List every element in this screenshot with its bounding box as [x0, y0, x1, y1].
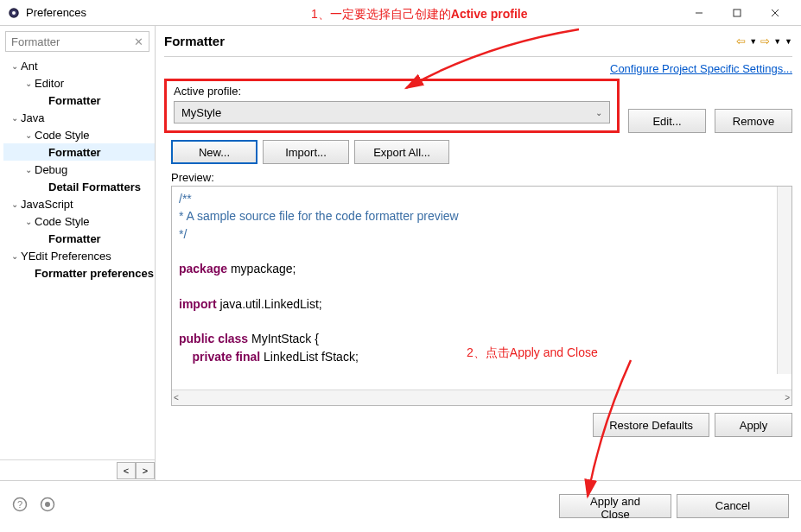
twisty-icon[interactable]: ⌄ [22, 217, 35, 226]
clear-filter-icon[interactable]: ✕ [134, 35, 143, 48]
close-button[interactable] [756, 0, 794, 26]
tree-item-label: Formatter [48, 94, 101, 107]
tree-item-formatter[interactable]: Formatter [3, 92, 155, 109]
cancel-button[interactable]: Cancel [677, 494, 789, 518]
minimize-button[interactable] [680, 0, 718, 26]
code-line: private final LinkedList fStack; [179, 348, 785, 365]
project-specific-link[interactable]: Configure Project Specific Settings... [610, 62, 792, 75]
tree-item-ant[interactable]: ⌄Ant [3, 57, 155, 74]
tree-item-label: Code Style [35, 129, 90, 142]
code-line: /** [179, 190, 785, 207]
twisty-icon[interactable]: ⌄ [9, 251, 21, 261]
forward-history-menu-icon[interactable]: ▼ [773, 37, 781, 46]
svg-rect-3 [734, 10, 741, 16]
code-line: package mypackage; [179, 260, 785, 277]
tree-item-label: Debug [35, 163, 67, 176]
back-history-icon[interactable]: ⇦ [736, 35, 746, 48]
active-profile-select[interactable]: MyStyle ⌄ [174, 101, 610, 124]
new-button[interactable]: New... [171, 140, 257, 164]
back-history-menu-icon[interactable]: ▼ [749, 37, 757, 46]
code-line: * A sample source file for the code form… [179, 207, 785, 225]
tree-item-formatter-preferences[interactable]: Formatter preferences [3, 264, 155, 282]
import-export-icon[interactable] [40, 497, 55, 515]
tree-item-debug[interactable]: ⌄Debug [3, 161, 155, 178]
edit-button[interactable]: Edit... [628, 109, 706, 133]
restore-defaults-button[interactable]: Restore Defaults [593, 413, 709, 437]
tree-item-code-style[interactable]: ⌄Code Style [3, 126, 155, 143]
nav-back-button[interactable]: < [117, 462, 136, 479]
filter-input[interactable]: Formatter ✕ [5, 31, 149, 52]
active-profile-label: Active profile: [174, 85, 610, 98]
tree-item-label: Formatter [48, 146, 101, 159]
apply-button[interactable]: Apply [715, 413, 792, 437]
tree-item-label: Formatter preferences [35, 267, 154, 280]
tree-item-editor[interactable]: ⌄Editor [3, 74, 155, 92]
tree-item-yedit-preferences[interactable]: ⌄YEdit Preferences [3, 247, 155, 264]
twisty-icon[interactable]: ⌄ [9, 200, 21, 209]
active-profile-value: MyStyle [181, 106, 221, 119]
maximize-button[interactable] [718, 0, 756, 26]
tree-item-label: Detail Formatters [48, 180, 141, 193]
app-icon [7, 6, 21, 20]
horizontal-scrollbar[interactable]: <> [172, 390, 791, 405]
twisty-icon[interactable]: ⌄ [9, 61, 21, 71]
apply-and-close-button[interactable]: Apply and Close [559, 494, 671, 518]
twisty-icon[interactable]: ⌄ [22, 79, 35, 88]
tree-item-detail-formatters[interactable]: Detail Formatters [3, 178, 155, 195]
svg-point-1 [12, 11, 16, 15]
chevron-down-icon: ⌄ [595, 108, 602, 117]
help-icon[interactable]: ? [12, 497, 28, 515]
remove-button[interactable]: Remove [715, 109, 792, 133]
window-title: Preferences [26, 6, 86, 19]
preferences-tree[interactable]: ⌄Ant⌄EditorFormatter⌄Java⌄Code StyleForm… [0, 57, 155, 456]
filter-text: Formatter [11, 35, 60, 48]
preview-label: Preview: [171, 171, 792, 184]
twisty-icon[interactable]: ⌄ [9, 113, 21, 123]
tree-item-code-style[interactable]: ⌄Code Style [3, 212, 155, 230]
tree-item-label: Code Style [35, 215, 90, 228]
tree-item-label: Formatter [48, 232, 101, 245]
code-line: public class MyIntStack { [179, 330, 785, 347]
nav-forward-button[interactable]: > [136, 462, 155, 479]
tree-item-label: JavaScript [21, 198, 73, 211]
tree-item-formatter[interactable]: Formatter [3, 143, 155, 161]
import-button[interactable]: Import... [263, 140, 349, 164]
preview-pane: /** * A sample source file for the code … [171, 186, 792, 406]
svg-text:?: ? [17, 499, 22, 510]
code-line: */ [179, 225, 785, 243]
export-all-button[interactable]: Export All... [354, 140, 449, 164]
twisty-icon[interactable]: ⌄ [22, 130, 35, 140]
tree-item-label: Java [21, 111, 44, 124]
view-menu-icon[interactable]: ▼ [785, 37, 792, 46]
tree-item-java[interactable]: ⌄Java [3, 109, 155, 126]
code-line [179, 277, 785, 294]
page-title: Formatter [164, 34, 225, 48]
twisty-icon[interactable]: ⌄ [22, 165, 35, 174]
tree-item-formatter[interactable]: Formatter [3, 230, 155, 247]
svg-point-9 [45, 502, 50, 507]
vertical-scrollbar[interactable] [777, 187, 791, 374]
code-line [179, 243, 785, 260]
code-line [179, 313, 785, 330]
tree-item-label: Editor [35, 77, 64, 90]
tree-item-label: Ant [21, 60, 38, 73]
tree-item-javascript[interactable]: ⌄JavaScript [3, 195, 155, 212]
code-line: import java.util.LinkedList; [179, 295, 785, 313]
tree-item-label: YEdit Preferences [21, 250, 111, 263]
forward-history-icon[interactable]: ⇨ [760, 35, 770, 48]
